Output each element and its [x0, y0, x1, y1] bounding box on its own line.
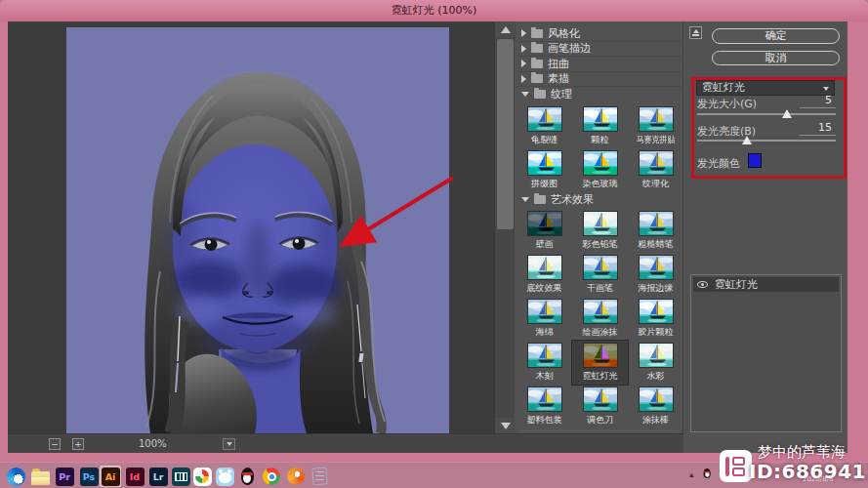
filter-thumbnail-胶片颗粒[interactable]: 胶片颗粒 [628, 297, 683, 341]
filter-thumbnail-干画笔[interactable]: 干画笔 [572, 253, 628, 297]
folder-icon [531, 60, 543, 68]
filter-thumbnail-label: 干画笔 [587, 282, 613, 295]
filter-thumbnail-label: 龟裂缝 [531, 134, 558, 146]
filter-thumbnail-调色刀[interactable]: 调色刀 [572, 385, 628, 428]
filter-thumbnail-label: 拼缀图 [531, 178, 558, 190]
taskbar-icon-media-player[interactable] [170, 466, 191, 487]
filter-thumbnail-label: 涂抹棒 [642, 414, 669, 427]
cancel-button[interactable]: 取消 [712, 51, 840, 65]
filter-thumbnail-image [639, 106, 674, 132]
scroll-up-icon[interactable] [495, 21, 516, 37]
glow-size-label: 发光大小(G) [697, 97, 757, 111]
filter-thumbnail-纹理化[interactable]: 纹理化 [628, 148, 683, 192]
filter-thumbnail-塑料包装[interactable]: 塑料包装 [517, 385, 572, 428]
annotation-arrow [330, 166, 467, 256]
tray-expand-icon[interactable]: ▴ [689, 469, 694, 479]
filter-thumbnail-海绵[interactable]: 海绵 [517, 297, 572, 341]
collapsed-arrow-icon [521, 45, 526, 53]
filter-thumbnail-颗粒[interactable]: 颗粒 [572, 104, 628, 148]
category-label: 扭曲 [548, 57, 569, 71]
category-brush-strokes[interactable]: 画笔描边 [516, 42, 682, 58]
filter-thumbnail-壁画[interactable]: 壁画 [517, 209, 572, 253]
window-titlebar[interactable]: 霓虹灯光 (100%) [0, 0, 868, 21]
category-artistic[interactable]: 艺术效果 [516, 192, 682, 208]
filter-thumbnail-label: 粗糙蜡笔 [639, 238, 674, 251]
glow-brightness-slider-thumb[interactable] [742, 136, 752, 144]
taskbar-icon-photoshop[interactable]: Ps [78, 466, 100, 487]
zoom-in-button[interactable]: + [72, 438, 84, 450]
filter-thumbnail-马赛克拼贴[interactable]: 马赛克拼贴 [628, 104, 683, 148]
tray-qq-icon[interactable] [703, 468, 711, 478]
taskbar-icon-panda-app[interactable] [214, 466, 235, 487]
effect-layer-row[interactable]: 霓虹灯光 [693, 277, 839, 292]
settings-panel: 确定 取消 霓虹灯光 发光大小(G) 5 发光亮度(B) 15 发光颜色 [683, 21, 847, 453]
glow-size-slider-thumb[interactable] [782, 109, 792, 118]
zoom-out-button[interactable]: − [49, 438, 61, 450]
glow-size-slider[interactable] [697, 113, 836, 115]
filter-thumbnail-粗糙蜡笔[interactable]: 粗糙蜡笔 [628, 209, 683, 253]
filter-thumbnail-涂抹棒[interactable]: 涂抹棒 [628, 385, 683, 428]
filter-thumbnail-image [639, 211, 674, 236]
scrollbar-thumb[interactable] [497, 39, 514, 229]
category-label: 纹理 [551, 87, 572, 102]
scroll-down-icon[interactable] [495, 418, 516, 433]
filter-thumbnail-底纹效果[interactable]: 底纹效果 [517, 253, 572, 297]
category-distort[interactable]: 扭曲 [516, 57, 682, 72]
filter-thumbnail-绘画涂抹[interactable]: 绘画涂抹 [572, 297, 628, 341]
taskbar-icon-chrome[interactable] [261, 466, 282, 487]
filter-thumbnail-木刻[interactable]: 木刻 [517, 341, 572, 385]
filter-thumbnail-image [583, 211, 618, 236]
filter-thumbnail-image [583, 150, 618, 176]
filter-thumbnail-label: 纹理化 [642, 178, 669, 190]
taskbar-icon-notepad[interactable] [309, 466, 330, 487]
filter-thumbnail-label: 壁画 [536, 238, 554, 251]
folder-icon [531, 29, 543, 38]
filter-thumbnail-label: 海绵 [536, 326, 554, 339]
taskbar-icon-file-explorer[interactable] [29, 466, 51, 487]
taskbar-icon-illustrator[interactable]: Ai [100, 466, 121, 487]
expanded-arrow-icon [521, 92, 529, 97]
preview-scrollbar[interactable] [494, 21, 515, 433]
filter-thumbnail-龟裂缝[interactable]: 龟裂缝 [517, 104, 572, 148]
glow-brightness-slider[interactable] [697, 140, 836, 142]
filter-thumbnail-label: 染色玻璃 [583, 178, 618, 190]
filter-thumbnail-label: 颗粒 [592, 134, 609, 146]
taskbar-icon-orange-browser[interactable] [285, 466, 307, 487]
filter-thumbnail-image [639, 386, 674, 412]
visibility-eye-icon[interactable] [697, 281, 708, 288]
filter-gallery-dialog: − + 100% 风格化 画笔描边 [8, 21, 847, 453]
filter-thumbnail-染色玻璃[interactable]: 染色玻璃 [572, 148, 628, 192]
filter-thumbnail-label: 调色刀 [587, 414, 613, 427]
filter-thumbnail-image [527, 299, 562, 324]
category-stylize[interactable]: 风格化 [516, 26, 682, 42]
filter-thumbnail-image [583, 386, 618, 412]
filter-thumbnail-image [583, 106, 618, 132]
filter-thumbnail-水彩[interactable]: 水彩 [628, 341, 683, 385]
category-sketch[interactable]: 素描 [516, 72, 682, 88]
chevron-down-icon [823, 87, 829, 91]
taskbar-icon-pinwheel-app[interactable] [191, 466, 213, 487]
collapsed-arrow-icon [521, 75, 526, 83]
taskbar-icon-browser-360[interactable] [5, 466, 26, 487]
filter-thumbnail-霓虹灯光[interactable]: 霓虹灯光 [572, 341, 628, 385]
filter-select-value: 霓虹灯光 [702, 81, 745, 94]
filter-thumbnail-拼缀图[interactable]: 拼缀图 [517, 148, 572, 192]
filter-thumbnail-label: 海报边缘 [639, 282, 674, 295]
taskbar-icon-lightroom[interactable]: Lr [147, 466, 169, 487]
taskbar-icon-premiere[interactable]: Pr [54, 466, 75, 487]
category-texture[interactable]: 纹理 [516, 87, 682, 102]
glow-size-value[interactable]: 5 [800, 94, 836, 108]
glow-brightness-value[interactable]: 15 [800, 121, 836, 136]
filter-thumbnail-彩色铅笔[interactable]: 彩色铅笔 [572, 209, 628, 253]
taskbar-icon-qq[interactable] [236, 466, 258, 487]
ok-button[interactable]: 确定 [712, 28, 840, 44]
effect-layers-panel: 霓虹灯光 [690, 274, 842, 432]
preview-canvas[interactable] [8, 21, 494, 433]
zoom-dropdown[interactable] [223, 438, 235, 450]
category-label: 风格化 [548, 26, 580, 41]
glow-color-swatch[interactable] [748, 153, 762, 168]
collapse-thumbnails-button[interactable] [689, 26, 702, 39]
filter-thumbnail-image [527, 150, 562, 176]
taskbar-icon-indesign[interactable]: Id [124, 466, 145, 487]
filter-thumbnail-海报边缘[interactable]: 海报边缘 [628, 253, 683, 297]
